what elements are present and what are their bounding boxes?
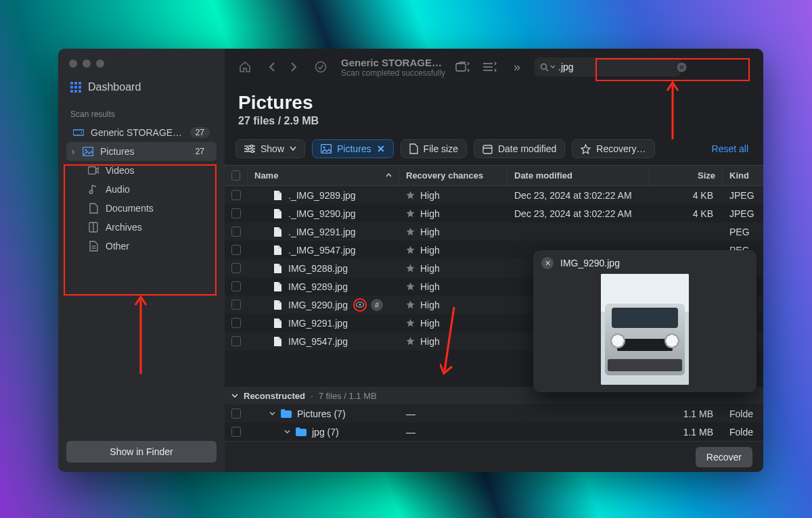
file-icon [273,190,283,201]
column-checkbox[interactable] [225,166,248,185]
filter-file-size-label: File size [424,143,458,154]
sidebar-item-documents[interactable]: Documents [66,199,217,218]
hex-icon[interactable]: # [371,299,383,311]
file-icon [273,245,283,256]
forward-button[interactable] [284,57,303,76]
row-checkbox[interactable] [231,263,241,273]
close-preview-icon[interactable]: ✕ [541,257,554,269]
sidebar-item-other[interactable]: Other [66,237,217,256]
svg-rect-11 [456,64,466,71]
star-icon [406,209,415,218]
videos-icon [88,166,99,174]
svg-point-29 [359,304,361,306]
minimize-window-icon[interactable] [83,60,91,68]
file-size: 4 KB [650,190,723,201]
table-row[interactable]: ._IMG_9291.jpgHighPEG [225,222,763,241]
row-checkbox[interactable] [231,190,241,200]
row-checkbox[interactable] [231,245,241,255]
zoom-window-icon[interactable] [96,60,104,68]
table-row[interactable]: ._IMG_9290.jpgHighDec 23, 2024 at 3:02:2… [225,204,763,222]
sidebar-item-archives[interactable]: Archives [66,218,217,237]
row-checkbox[interactable] [231,281,241,291]
sidebar-storage-count: 27 [190,127,210,138]
main-panel: Generic STORAGE… Scan completed successf… [225,49,763,472]
filter-file-size[interactable]: File size [401,139,467,158]
show-in-finder-button[interactable]: Show in Finder [66,441,217,463]
overflow-icon[interactable]: » [508,57,526,76]
back-button[interactable] [263,57,281,76]
preview-icon[interactable] [353,298,367,312]
sort-asc-icon [386,172,392,179]
svg-point-22 [246,147,249,150]
sidebar-storage-row[interactable]: Generic STORAGE… 27 [66,123,217,142]
app-window: Dashboard Scan results Generic STORAGE… … [58,49,763,472]
column-size[interactable]: Size [650,166,723,185]
clear-search-icon[interactable] [677,62,687,72]
sliders-icon [244,145,255,153]
sidebar-item-pictures[interactable]: › Pictures 27 [66,142,217,161]
view-folders-icon[interactable] [453,57,472,76]
star-icon [406,282,415,291]
column-kind[interactable]: Kind [723,166,763,185]
dashboard-link[interactable]: Dashboard [66,77,217,97]
home-icon[interactable] [235,57,254,76]
row-checkbox[interactable] [231,227,241,237]
sidebar: Dashboard Scan results Generic STORAGE… … [58,49,225,472]
row-checkbox[interactable] [231,318,241,328]
recover-button[interactable]: Recover [696,447,752,467]
recovery-chance: — [399,427,508,438]
row-checkbox[interactable] [231,300,241,310]
sidebar-storage-label: Generic STORAGE… [91,127,182,138]
file-kind: Folde [723,408,763,419]
recovery-chance: High [420,245,440,256]
chevron-right-icon: › [70,146,76,157]
date-modified: Dec 23, 2024 at 3:02:22 AM [508,208,650,219]
column-recovery[interactable]: Recovery chances [399,166,508,185]
filter-recovery[interactable]: Recovery… [572,139,654,158]
filter-recovery-label: Recovery… [596,143,646,154]
file-icon [273,263,283,274]
heading: Pictures 27 files / 2.9 MB [225,85,763,139]
svg-point-21 [250,145,253,147]
view-list-icon[interactable] [480,57,499,76]
folder-row[interactable]: Pictures (7)—1.1 MBFolde [225,404,763,423]
toolbar-title: Generic STORAGE… [341,57,445,68]
sidebar-item-audio[interactable]: Audio [66,180,217,199]
filter-pictures[interactable]: Pictures ✕ [312,139,394,158]
column-name[interactable]: Name [248,166,399,185]
sidebar-item-label: Videos [106,165,135,176]
filter-show[interactable]: Show [235,139,305,158]
preview-popover: ✕ IMG_9290.jpg [533,250,757,392]
folder-name: Pictures (7) [297,408,346,419]
page-subtitle: 27 files / 2.9 MB [238,115,750,127]
filter-date-modified[interactable]: Date modified [474,139,565,158]
table-row[interactable]: ._IMG_9289.jpgHighDec 23, 2024 at 3:02:2… [225,186,763,204]
search-field[interactable] [535,57,681,76]
search-input[interactable] [556,62,677,72]
close-window-icon[interactable] [69,60,77,68]
file-name: ._IMG_9289.jpg [288,190,356,201]
row-checkbox[interactable] [231,336,241,346]
row-checkbox[interactable] [231,427,241,437]
sidebar-item-label: Pictures [100,146,135,157]
row-checkbox[interactable] [231,208,241,218]
star-icon [406,227,415,236]
reset-filters[interactable]: Reset all [712,143,752,154]
sidebar-item-videos[interactable]: Videos [66,161,217,180]
star-icon [406,245,415,254]
recovery-chance: High [420,190,440,201]
remove-filter-icon[interactable]: ✕ [377,143,385,154]
column-date[interactable]: Date modified [508,166,650,185]
file-icon [273,336,283,347]
folder-row[interactable]: jpg (7)—1.1 MBFolde [225,423,763,441]
file-name: ._IMG_9290.jpg [288,208,356,219]
folder-name: jpg (7) [312,427,339,438]
file-icon [273,318,283,329]
star-icon [406,300,415,309]
archives-icon [88,222,99,233]
star-icon [406,337,415,346]
file-icon [409,143,418,154]
row-checkbox[interactable] [231,408,241,419]
sidebar-item-label: Documents [106,203,154,214]
svg-rect-0 [73,130,84,135]
